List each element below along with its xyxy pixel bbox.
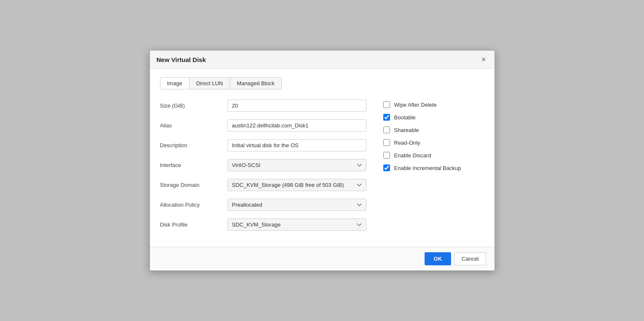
dialog-title: New Virtual Disk: [157, 56, 206, 63]
alias-row: Alias: [160, 119, 366, 132]
disk-profile-row: Disk Profile SDC_KVM_Storage: [160, 218, 366, 231]
close-button[interactable]: ×: [480, 56, 488, 63]
dialog-footer: OK Cancel: [150, 247, 494, 270]
allocation-policy-row: Allocation Policy Preallocated Thin Prov…: [160, 199, 366, 211]
enable-incremental-backup-label: Enable Incremental Backup: [394, 165, 461, 171]
read-only-checkbox[interactable]: [383, 139, 390, 146]
dialog-body: Image Direct LUN Managed Block Size (GiB…: [150, 69, 494, 247]
enable-incremental-backup-checkbox[interactable]: [383, 165, 390, 171]
enable-discard-row: Enable Discard: [383, 152, 484, 159]
description-row: Description: [160, 139, 366, 151]
description-input[interactable]: [227, 139, 366, 151]
form-fields: Size (GiB) Alias Description Interface: [160, 100, 366, 238]
cancel-button[interactable]: Cancel: [454, 252, 486, 265]
tab-image[interactable]: Image: [160, 77, 190, 89]
wipe-after-delete-row: Wipe After Delete: [383, 101, 484, 108]
size-label: Size (GiB): [160, 103, 227, 109]
size-row: Size (GiB): [160, 100, 366, 112]
shareable-row: Shareable: [383, 127, 484, 133]
enable-discard-label: Enable Discard: [394, 152, 431, 159]
form-area: Size (GiB) Alias Description Interface: [160, 100, 484, 238]
dialog-header: New Virtual Disk ×: [150, 51, 494, 69]
bootable-checkbox[interactable]: [383, 114, 390, 121]
read-only-row: Read-Only: [383, 139, 484, 146]
tab-bar: Image Direct LUN Managed Block: [160, 77, 484, 89]
size-input[interactable]: [227, 100, 366, 112]
ok-button[interactable]: OK: [425, 252, 452, 265]
bootable-label: Bootable: [394, 114, 416, 121]
enable-incremental-backup-row: Enable Incremental Backup: [383, 165, 484, 171]
alias-label: Alias: [160, 122, 227, 129]
disk-profile-label: Disk Profile: [160, 221, 227, 228]
tab-managed-block[interactable]: Managed Block: [230, 77, 282, 89]
tab-direct-lun[interactable]: Direct LUN: [190, 77, 230, 89]
interface-row: Interface VirtIO-SCSI VirtIO IDE: [160, 159, 366, 171]
interface-select[interactable]: VirtIO-SCSI VirtIO IDE: [227, 159, 366, 171]
wipe-after-delete-checkbox[interactable]: [383, 101, 390, 108]
allocation-policy-label: Allocation Policy: [160, 202, 227, 208]
shareable-label: Shareable: [394, 127, 419, 133]
shareable-checkbox[interactable]: [383, 127, 390, 133]
interface-label: Interface: [160, 162, 227, 168]
storage-domain-select[interactable]: SDC_KVM_Storage (498 GiB free of 503 GiB…: [227, 179, 366, 191]
storage-domain-row: Storage Domain SDC_KVM_Storage (498 GiB …: [160, 179, 366, 191]
enable-discard-checkbox[interactable]: [383, 152, 390, 159]
storage-domain-label: Storage Domain: [160, 182, 227, 188]
checkboxes-panel: Wipe After Delete Bootable Shareable Rea…: [383, 100, 484, 238]
description-label: Description: [160, 142, 227, 148]
alias-input[interactable]: [227, 119, 366, 132]
wipe-after-delete-label: Wipe After Delete: [394, 102, 437, 108]
disk-profile-select[interactable]: SDC_KVM_Storage: [227, 218, 366, 231]
read-only-label: Read-Only: [394, 140, 420, 146]
new-virtual-disk-dialog: New Virtual Disk × Image Direct LUN Mana…: [150, 50, 495, 271]
allocation-policy-select[interactable]: Preallocated Thin Provision: [227, 199, 366, 211]
bootable-row: Bootable: [383, 114, 484, 121]
